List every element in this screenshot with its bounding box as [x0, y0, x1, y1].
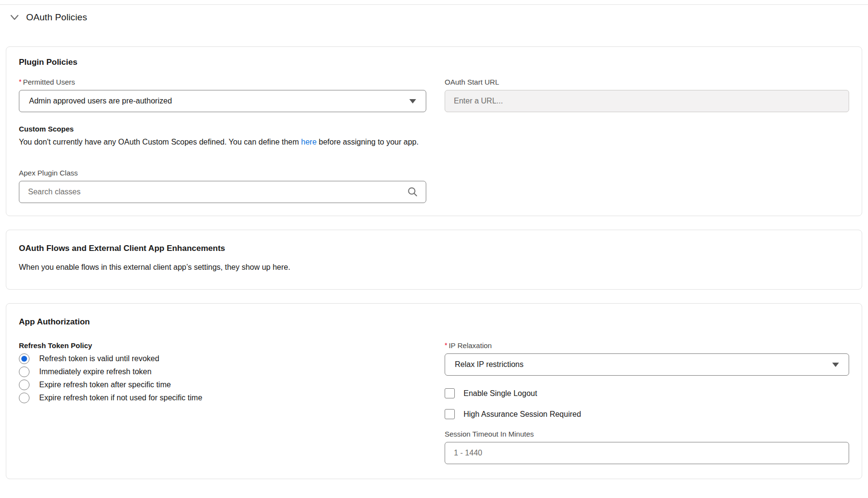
radio-button-icon[interactable] [19, 353, 30, 364]
permitted-users-label: *Permitted Users [19, 78, 426, 86]
chevron-down-icon[interactable] [9, 12, 20, 23]
plugin-policies-heading: Plugin Policies [19, 58, 849, 67]
apex-plugin-class-search [19, 181, 426, 203]
page-title: OAuth Policies [26, 12, 87, 23]
section-divider [0, 4, 868, 5]
radio-option[interactable]: Expire refresh token after specific time [19, 380, 426, 390]
ip-relaxation-value: Relax IP restrictions [455, 360, 524, 369]
app-authorization-card: App Authorization Refresh Token Policy R… [6, 303, 862, 479]
session-timeout-label: Session Timeout In Minutes [445, 430, 849, 438]
apex-plugin-class-search-input[interactable] [19, 181, 426, 203]
custom-scopes-heading: Custom Scopes [19, 125, 849, 133]
radio-button-icon[interactable] [19, 393, 30, 403]
ip-relaxation-combobox[interactable]: Relax IP restrictions [445, 353, 849, 376]
refresh-token-policy-label: Refresh Token Policy [19, 341, 426, 350]
oauth-flows-heading: OAuth Flows and External Client App Enha… [19, 244, 849, 253]
permitted-users-combobox[interactable]: Admin approved users are pre-authorized [19, 90, 426, 112]
high-assurance-session-option[interactable]: High Assurance Session Required [445, 409, 849, 419]
plugin-policies-card: Plugin Policies *Permitted Users Admin a… [6, 46, 862, 216]
permitted-users-value: Admin approved users are pre-authorized [29, 97, 172, 105]
oauth-policies-section-toggle[interactable]: OAuth Policies [9, 12, 868, 23]
dropdown-arrow-icon [832, 363, 839, 367]
app-authorization-right-column: *IP Relaxation Relax IP restrictions Ena… [445, 341, 849, 464]
refresh-token-policy-field: Refresh Token Policy Refresh token is va… [19, 341, 426, 406]
refresh-token-policy-radio-group: Refresh token is valid until revoked Imm… [19, 353, 426, 403]
app-authorization-heading: App Authorization [19, 317, 849, 327]
oauth-flows-description: When you enable flows in this external c… [19, 263, 849, 272]
custom-scopes-description: You don't currently have any OAuth Custo… [19, 137, 849, 147]
oauth-start-url-label: OAuth Start URL [445, 78, 849, 86]
apex-plugin-class-label: Apex Plugin Class [19, 169, 849, 177]
radio-button-icon[interactable] [19, 366, 30, 377]
radio-button-icon[interactable] [19, 380, 30, 390]
custom-scopes-here-link[interactable]: here [301, 138, 316, 146]
radio-option[interactable]: Expire refresh token if not used for spe… [19, 393, 426, 403]
radio-option[interactable]: Refresh token is valid until revoked [19, 353, 426, 364]
oauth-flows-card: OAuth Flows and External Client App Enha… [6, 230, 862, 290]
required-asterisk: * [19, 78, 21, 86]
checkbox-icon[interactable] [445, 388, 455, 398]
session-timeout-input[interactable] [445, 442, 849, 464]
oauth-start-url-field: OAuth Start URL [445, 78, 849, 112]
enable-single-logout-option[interactable]: Enable Single Logout [445, 388, 849, 398]
checkbox-icon[interactable] [445, 409, 455, 419]
dropdown-arrow-icon [409, 99, 416, 103]
oauth-start-url-input [445, 90, 849, 112]
ip-relaxation-label: *IP Relaxation [445, 341, 849, 350]
permitted-users-field: *Permitted Users Admin approved users ar… [19, 78, 426, 112]
radio-option[interactable]: Immediately expire refresh token [19, 366, 426, 377]
required-asterisk: * [445, 341, 447, 349]
